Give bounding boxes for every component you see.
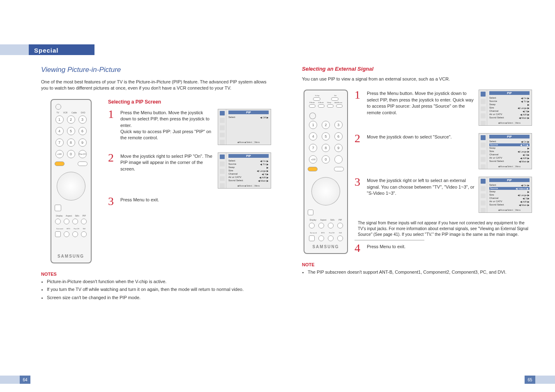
note-list: The PIP subscreen doesn't support ANT-B,… bbox=[302, 269, 532, 276]
step3-extra-note: The signal from these inputs will not ap… bbox=[355, 220, 532, 238]
prech-btn bbox=[334, 155, 343, 164]
note-item: If you turn the TV off while watching an… bbox=[47, 286, 271, 293]
osd-footer: ◆Move ◆Select ⬚Menu bbox=[489, 122, 530, 124]
page-bar-left bbox=[0, 376, 20, 384]
note-item: The PIP subscreen doesn't support ANT-B,… bbox=[308, 269, 532, 276]
osd-screenshot-r2: PIP Select◀ On ▶Source◀ TV ▶Swap▶Size◀ L… bbox=[479, 133, 532, 169]
page-bar-right bbox=[535, 376, 555, 384]
step-text: Press the Menu button. Move the joystick… bbox=[367, 90, 474, 116]
display-btn bbox=[55, 219, 61, 224]
num-7-btn: 7 bbox=[309, 144, 317, 152]
osd-screenshot-2: PIP Select◀ On ▶Source◀ TV ▶Swap▶Size◀ L… bbox=[218, 152, 271, 189]
osd-screenshot-r3: PIP Select◀ On ▶Source◀ Video1 ▶Swap▶Siz… bbox=[479, 177, 532, 213]
num-6-btn: 6 bbox=[78, 127, 87, 135]
right-main-title: Selecting an External Signal bbox=[302, 66, 532, 72]
dpad bbox=[57, 172, 85, 201]
remote-brand: SAMSUNG bbox=[58, 254, 84, 258]
osd-value: Off bbox=[263, 116, 266, 119]
num-4-btn: 4 bbox=[309, 132, 317, 141]
section-title: Special Features bbox=[29, 44, 94, 55]
num-0-btn: 0 bbox=[67, 150, 75, 158]
step-number: 3 bbox=[108, 196, 117, 206]
surround-btn bbox=[55, 231, 61, 237]
step-text: Press the Menu button. Move the joystick… bbox=[120, 109, 214, 141]
num-1-btn: 1 bbox=[309, 121, 317, 129]
page-number-right: 65 bbox=[525, 376, 535, 384]
step-text: Move the joystick right to select PIP "O… bbox=[120, 152, 214, 172]
step-text: Press Menu to exit. bbox=[120, 196, 271, 206]
num-8-btn: 8 bbox=[67, 138, 75, 147]
divider bbox=[355, 240, 424, 240]
still-btn bbox=[72, 219, 78, 224]
right-intro: You can use PIP to view a signal from an… bbox=[302, 76, 532, 82]
mute-btn bbox=[55, 205, 61, 211]
osd-title: PIP bbox=[489, 178, 530, 182]
osd-title: PIP bbox=[228, 111, 269, 114]
plus100-btn: +100 bbox=[55, 150, 64, 158]
menu-btn bbox=[55, 161, 64, 166]
step-number: 1 bbox=[108, 109, 117, 141]
prech-btn: Pre-CH bbox=[78, 150, 87, 158]
mts-btn bbox=[64, 231, 69, 237]
favch-btn bbox=[328, 235, 334, 241]
step-text: Press Menu to exit. bbox=[367, 243, 532, 253]
step-text: Move the joystick down to select "Source… bbox=[367, 133, 474, 143]
surround-btn bbox=[309, 235, 315, 241]
still2-btn bbox=[81, 231, 87, 237]
power-icon bbox=[309, 113, 316, 119]
tvvideo-btn bbox=[334, 167, 344, 171]
osd-footer: ◆Move ◆Select ⬚Menu bbox=[228, 184, 269, 187]
num-4-btn: 4 bbox=[55, 127, 64, 135]
step-number: 1 bbox=[355, 90, 364, 116]
left-subheading: Selecting a PIP Screen bbox=[108, 99, 271, 105]
aspect-btn bbox=[318, 223, 324, 228]
aspect-btn bbox=[64, 219, 69, 224]
menu-btn bbox=[308, 167, 318, 171]
left-main-title: Viewing Picture-in-Picture bbox=[41, 66, 271, 74]
step-number: 2 bbox=[355, 133, 364, 143]
pip-btn bbox=[337, 223, 343, 228]
osd-title: PIP bbox=[228, 154, 269, 158]
osd-screenshot-1: PIP Select◀ Off ▶ ◆Move ◆Select ⬚Menu bbox=[218, 109, 271, 145]
num-2-btn: 2 bbox=[322, 121, 330, 129]
num-6-btn: 6 bbox=[334, 132, 343, 141]
note-item: Screen size can't be changed in the PIP … bbox=[47, 294, 271, 301]
osd-footer: ◆Move ◆Select ⬚Menu bbox=[489, 165, 530, 168]
step-text: Move the joystick right or left to selec… bbox=[367, 177, 474, 196]
num-8-btn: 8 bbox=[322, 144, 330, 152]
note-item: Picture-in-Picture doesn't function when… bbox=[47, 278, 271, 285]
page-number-left: 64 bbox=[20, 376, 30, 384]
num-3-btn: 3 bbox=[78, 115, 87, 124]
right-page: Selecting an External Signal You can use… bbox=[302, 66, 532, 277]
left-page: Viewing Picture-in-Picture One of the mo… bbox=[41, 66, 271, 302]
mts-btn bbox=[318, 235, 324, 241]
step-number: 3 bbox=[355, 177, 364, 196]
num-7-btn: 7 bbox=[55, 138, 64, 147]
step-number: 2 bbox=[108, 152, 117, 172]
num-3-btn: 3 bbox=[334, 121, 343, 129]
pip-btn bbox=[81, 219, 87, 224]
osd-title: PIP bbox=[489, 135, 530, 138]
num-2-btn: 2 bbox=[67, 115, 75, 124]
osd-footer: ◆Move ◆Select ⬚Menu bbox=[489, 209, 530, 211]
osd-title: PIP bbox=[489, 91, 530, 95]
still2-btn bbox=[337, 235, 343, 241]
notes-list: Picture-in-Picture doesn't function when… bbox=[41, 278, 271, 301]
num-5-btn: 5 bbox=[67, 127, 75, 135]
num-9-btn: 9 bbox=[334, 144, 343, 152]
remote-illustration-right: V.chipSet P.ModeS.ModeSleepAdd/Erase 123… bbox=[302, 90, 350, 254]
notes-header: NOTES bbox=[41, 272, 271, 277]
note-header: NOTE bbox=[302, 262, 532, 267]
display-btn bbox=[309, 223, 315, 228]
step-number: 4 bbox=[355, 243, 364, 253]
num-1-btn: 1 bbox=[55, 115, 64, 124]
power-icon bbox=[55, 104, 61, 110]
tvvideo-btn bbox=[78, 161, 88, 166]
remote-brand: SAMSUNG bbox=[312, 244, 339, 249]
header-accent-bar bbox=[0, 44, 29, 55]
osd-label: Select bbox=[228, 116, 235, 119]
left-intro: One of the most best features of your TV… bbox=[41, 79, 271, 92]
favch-btn bbox=[72, 231, 78, 237]
num-9-btn: 9 bbox=[78, 138, 87, 147]
osd-screenshot-r1: PIP Select◀ On ▶Source◀ TV ▶Swap▶Size◀ L… bbox=[479, 90, 532, 126]
